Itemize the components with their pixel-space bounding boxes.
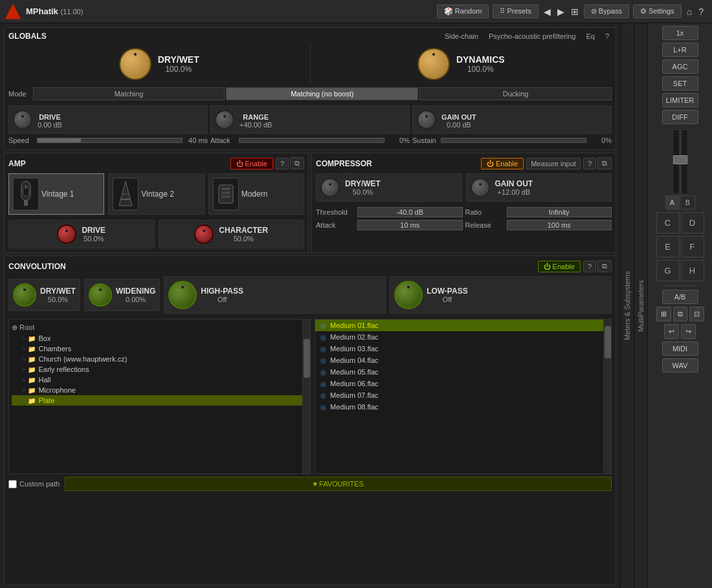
dynamics-knob[interactable] — [417, 48, 450, 80]
comp-measure-button[interactable]: Measure input — [526, 158, 581, 169]
btn-h[interactable]: H — [681, 260, 704, 281]
sustain-slider[interactable] — [441, 138, 586, 143]
btn-a[interactable]: A — [665, 195, 680, 210]
fader[interactable] — [673, 129, 688, 194]
btn-limiter[interactable]: LIMITER — [662, 93, 698, 107]
bypass-button[interactable]: ⊘ Bypass — [584, 5, 629, 18]
threshold-slider[interactable]: -40.0 dB — [357, 207, 463, 217]
nav-prev-button[interactable]: ◀ — [540, 5, 554, 18]
btn-d[interactable]: D — [681, 212, 704, 234]
random-button[interactable]: 🎲 Random — [437, 5, 489, 18]
conv-highpass-knob[interactable] — [168, 281, 197, 309]
tree-item-hall[interactable]: ○ 📁 Hall — [12, 375, 307, 385]
threshold-label: Threshold — [316, 208, 355, 216]
attack-slider[interactable] — [239, 138, 384, 143]
conv-enable-button[interactable]: ⏻ Enable — [538, 261, 581, 272]
conv-widening-knob[interactable] — [89, 283, 112, 307]
btn-midi[interactable]: MIDI — [662, 342, 698, 356]
tree-item-box[interactable]: ○ 📁 Box — [12, 333, 307, 343]
btn-1x[interactable]: 1x — [662, 26, 698, 40]
btn-f[interactable]: F — [681, 236, 704, 257]
tree-item-plate[interactable]: ○ 📁 Plate — [12, 395, 307, 406]
eq-button[interactable]: Eq — [583, 32, 597, 41]
mode-ducking-button[interactable]: Ducking — [419, 87, 612, 100]
btn-e[interactable]: E — [656, 236, 680, 257]
btn-diff[interactable]: DIFF — [662, 110, 698, 124]
amp-copy-button[interactable]: ⧉ — [290, 157, 304, 169]
speed-slider[interactable] — [37, 138, 183, 143]
tube-vintage1[interactable]: Vintage 1 — [8, 173, 104, 215]
btn-ab[interactable]: A/B — [662, 290, 698, 304]
icon-btn-paste[interactable]: ⊡ — [689, 307, 704, 321]
amp-character-label: CHARACTER — [219, 226, 268, 235]
ratio-slider[interactable]: Infinity — [507, 207, 612, 217]
btn-lr[interactable]: L+R — [662, 43, 698, 57]
custom-path-label[interactable]: Custom path — [8, 480, 60, 488]
folder-tree[interactable]: ⊕ Root ○ 📁 Box ○ 📁 Chambers — [8, 319, 311, 474]
file-item-5[interactable]: ◎ Medium 06.flac — [315, 378, 611, 389]
comp-drywet-knob[interactable] — [320, 178, 340, 197]
file-item-0[interactable]: ◎ Medium 01.flac — [315, 320, 611, 331]
help-button[interactable]: ? — [695, 5, 707, 18]
tree-item-church[interactable]: ○ 📁 Church (www.hauptwerk.cz) — [12, 354, 307, 364]
amp-drive-knob[interactable] — [57, 224, 76, 244]
btn-set[interactable]: SET — [662, 76, 698, 91]
favourites-button[interactable]: ♥ FAVOURITES — [65, 477, 612, 491]
comp-copy-button[interactable]: ⧉ — [597, 157, 612, 169]
file-list-scroll-thumb[interactable] — [605, 326, 611, 358]
tube-modern[interactable]: Modern — [208, 173, 304, 215]
range-knob[interactable] — [215, 110, 234, 129]
comp-gainout-knob[interactable] — [471, 178, 490, 197]
tube-vintage2[interactable]: Vintage 2 — [108, 173, 204, 215]
btn-b[interactable]: B — [681, 195, 695, 210]
comp-attack-slider[interactable]: 10 ms — [357, 220, 463, 230]
conv-copy-button[interactable]: ⧉ — [597, 260, 612, 272]
tree-item-early[interactable]: ○ 📁 Early reflections — [12, 364, 307, 375]
folder-tree-scrollbar[interactable] — [302, 320, 310, 474]
file-list[interactable]: ◎ Medium 01.flac ◎ Medium 02.flac ◎ Medi… — [315, 319, 612, 474]
drive-knob[interactable] — [13, 110, 32, 129]
file-list-scrollbar[interactable] — [603, 320, 611, 474]
sidechain-button[interactable]: Side-chain — [442, 32, 481, 41]
amp-help-button[interactable]: ? — [276, 158, 289, 169]
conv-lowpass-knob[interactable] — [394, 281, 423, 309]
amp-character-knob[interactable] — [194, 224, 214, 244]
tree-item-microphone[interactable]: ○ 📁 Microphone — [12, 385, 307, 395]
btn-agc[interactable]: AGC — [662, 60, 698, 74]
psycho-button[interactable]: Psycho-acoustic prefiltering — [486, 32, 579, 41]
presets-button[interactable]: ⠿ Presets — [493, 5, 538, 18]
btn-wav[interactable]: WAV — [662, 358, 698, 373]
home-button[interactable]: ⌂ — [684, 5, 695, 18]
btn-g[interactable]: G — [656, 260, 680, 281]
conv-drywet-knob[interactable] — [13, 283, 36, 307]
folder-tree-scroll-thumb[interactable] — [304, 339, 310, 378]
nav-next-button[interactable]: ▶ — [554, 5, 568, 18]
comp-enable-button[interactable]: ⏻ Enable — [481, 158, 524, 169]
undo-button[interactable]: ↩ — [664, 324, 679, 339]
btn-c[interactable]: C — [656, 212, 680, 234]
file-item-6[interactable]: ◎ Medium 07.flac — [315, 389, 611, 401]
drywet-knob[interactable] — [119, 48, 151, 80]
icon-btn-copy[interactable]: ⧉ — [673, 307, 687, 321]
file-item-7[interactable]: ◎ Medium 08.flac — [315, 401, 611, 413]
range-knob-dot — [223, 115, 226, 118]
tree-item-chambers[interactable]: ○ 📁 Chambers — [12, 343, 307, 354]
comp-help-button[interactable]: ? — [583, 158, 596, 169]
custom-path-checkbox[interactable] — [8, 480, 17, 488]
amp-enable-button[interactable]: ⏻ Enable — [230, 158, 273, 169]
file-item-2[interactable]: ◎ Medium 03.flac — [315, 343, 611, 354]
release-slider[interactable]: 100 ms — [507, 220, 612, 230]
file-item-1[interactable]: ◎ Medium 02.flac — [315, 331, 611, 343]
redo-button[interactable]: ↪ — [681, 324, 696, 339]
nav-menu-button[interactable]: ⊞ — [568, 5, 582, 18]
fader-thumb[interactable] — [673, 155, 687, 164]
globals-help-button[interactable]: ? — [603, 32, 612, 41]
gainout-knob[interactable] — [417, 110, 436, 129]
mode-matching-button[interactable]: Matching — [33, 87, 225, 100]
file-item-3[interactable]: ◎ Medium 04.flac — [315, 354, 611, 366]
conv-help-button[interactable]: ? — [583, 261, 596, 272]
file-item-4[interactable]: ◎ Medium 05.flac — [315, 366, 611, 378]
settings-button[interactable]: ⚙ Settings — [633, 5, 682, 18]
mode-matchingnb-button[interactable]: Matching (no boost) — [226, 87, 418, 100]
icon-btn-grid[interactable]: ⊞ — [656, 307, 671, 321]
